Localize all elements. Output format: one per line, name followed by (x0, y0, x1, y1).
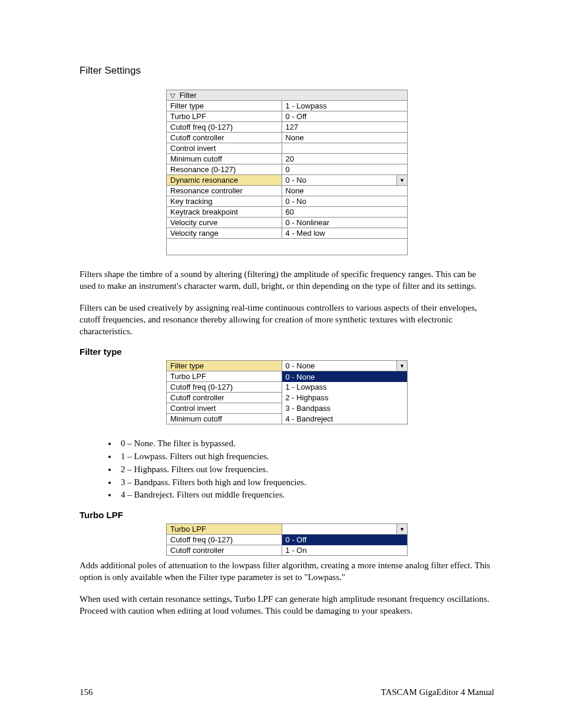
subsection-heading: Filter type (80, 347, 494, 357)
param-label: Control invert (167, 403, 282, 414)
param-label: Cutoff controller (167, 393, 282, 403)
param-value[interactable]: 127 (282, 122, 407, 133)
filter-type-table: Filter type 0 - None ▼ Turbo LPF0 - None… (166, 360, 408, 424)
param-label: Velocity curve (167, 218, 282, 228)
dropdown-option[interactable]: 4 - Bandreject (282, 414, 407, 424)
table-row-selected[interactable]: Filter type 0 - None ▼ (167, 361, 408, 371)
table-row[interactable]: Resonance controllerNone (167, 186, 408, 196)
table-row[interactable]: Key tracking0 - No (167, 196, 408, 207)
list-item: 1 – Lowpass. Filters out high frequencie… (117, 450, 494, 463)
param-label: Minimum cutoff (167, 154, 282, 164)
dropdown-option-selected[interactable]: 0 - Off (282, 535, 407, 545)
chevron-down-icon[interactable]: ▼ (396, 524, 407, 534)
table-row[interactable]: Minimum cutoff4 - Bandreject (167, 414, 408, 424)
table-row[interactable]: Keytrack breakpoint60 (167, 207, 408, 218)
table-row[interactable]: Filter type1 - Lowpass (167, 101, 408, 111)
table-row[interactable]: Velocity range4 - Med low (167, 228, 408, 239)
table-header[interactable]: ▽ Filter (167, 90, 408, 101)
table-row-selected[interactable]: Dynamic resonance 0 - No ▼ (167, 175, 408, 186)
param-label: Filter type (167, 101, 282, 111)
table-row[interactable]: Velocity curve0 - Nonlinear (167, 218, 408, 228)
subsection-heading: Turbo LPF (80, 510, 494, 520)
param-value-text: 0 - No (286, 176, 306, 185)
param-label: Cutoff freq (0-127) (167, 535, 282, 545)
paragraph: When used with certain resonance setting… (80, 593, 494, 617)
param-label: Turbo LPF (167, 524, 282, 535)
paragraph: Adds additional poles of attenuation to … (80, 559, 494, 584)
chevron-down-icon[interactable]: ▼ (396, 175, 407, 185)
param-label: Turbo LPF (167, 111, 282, 122)
param-value[interactable]: 1 - Lowpass (282, 101, 407, 111)
param-label: Cutoff freq (0-127) (167, 122, 282, 133)
param-label: Cutoff controller (167, 545, 282, 556)
dropdown-option[interactable]: 1 - Lowpass (282, 382, 407, 393)
table-row[interactable]: Resonance (0-127)0 (167, 164, 408, 175)
manual-title: TASCAM GigaEditor 4 Manual (381, 687, 494, 697)
param-label: Filter type (167, 361, 282, 371)
list-item: 3 – Bandpass. Filters both high and low … (117, 476, 494, 489)
param-value[interactable]: 60 (282, 207, 407, 218)
param-label: Cutoff freq (0-127) (167, 382, 282, 393)
table-row[interactable]: Cutoff controllerNone (167, 133, 408, 143)
param-value[interactable]: 20 (282, 154, 407, 164)
filter-settings-table: ▽ Filter Filter type1 - Lowpass Turbo LP… (166, 90, 408, 255)
collapse-triangle-icon[interactable]: ▽ (170, 92, 175, 100)
param-value[interactable]: None (282, 133, 407, 143)
dropdown-option[interactable]: 1 - On (282, 545, 407, 556)
page-number: 156 (80, 687, 93, 697)
param-value-dropdown[interactable]: 0 - None ▼ (282, 361, 407, 371)
param-value-dropdown[interactable]: 0 - No ▼ (282, 175, 407, 186)
param-label: Dynamic resonance (167, 175, 282, 186)
table-row[interactable]: Cutoff freq (0-127)127 (167, 122, 408, 133)
table-spacer (167, 239, 408, 255)
param-value[interactable]: 4 - Med low (282, 228, 407, 239)
param-label: Resonance (0-127) (167, 164, 282, 175)
table-header-text: Filter (180, 91, 197, 100)
param-value-dropdown[interactable]: ▼ (282, 524, 407, 535)
param-value[interactable]: None (282, 186, 407, 196)
dropdown-option[interactable]: 2 - Highpass (282, 393, 407, 403)
chevron-down-icon[interactable]: ▼ (396, 361, 407, 371)
param-value-text: 0 - None (286, 361, 315, 370)
dropdown-option-selected[interactable]: 0 - None (282, 371, 407, 382)
table-row[interactable]: Minimum cutoff20 (167, 154, 408, 164)
bullet-list: 0 – None. The filter is bypassed. 1 – Lo… (80, 437, 494, 502)
table-row[interactable]: Cutoff freq (0-127)0 - Off (167, 535, 408, 545)
table-row[interactable]: Control invert (167, 143, 408, 154)
param-value[interactable]: 0 (282, 164, 407, 175)
turbo-lpf-table: Turbo LPF ▼ Cutoff freq (0-127)0 - Off C… (166, 523, 408, 556)
param-value[interactable]: 0 - Off (282, 111, 407, 122)
page-heading: Filter Settings (80, 65, 494, 77)
list-item: 4 – Bandreject. Filters out middle frequ… (117, 489, 494, 502)
paragraph: Filters can be used creatively by assign… (80, 302, 494, 338)
table-row[interactable]: Turbo LPF0 - None (167, 371, 408, 382)
table-row[interactable]: Turbo LPF0 - Off (167, 111, 408, 122)
dropdown-option[interactable]: 3 - Bandpass (282, 403, 407, 414)
param-label: Turbo LPF (167, 371, 282, 382)
list-item: 2 – Highpass. Filters out low frequencie… (117, 463, 494, 476)
paragraph: Filters shape the timbre of a sound by a… (80, 268, 494, 292)
table-row[interactable]: Cutoff controller1 - On (167, 545, 408, 556)
table-row[interactable]: Control invert3 - Bandpass (167, 403, 408, 414)
param-label: Minimum cutoff (167, 414, 282, 424)
param-label: Resonance controller (167, 186, 282, 196)
param-value[interactable] (282, 143, 407, 154)
param-value[interactable]: 0 - Nonlinear (282, 218, 407, 228)
table-row[interactable]: Cutoff controller2 - Highpass (167, 393, 408, 403)
param-label: Control invert (167, 143, 282, 154)
table-row[interactable]: Cutoff freq (0-127)1 - Lowpass (167, 382, 408, 393)
param-label: Velocity range (167, 228, 282, 239)
page-footer: 156 TASCAM GigaEditor 4 Manual (80, 687, 494, 697)
table-row-selected[interactable]: Turbo LPF ▼ (167, 524, 408, 535)
param-label: Keytrack breakpoint (167, 207, 282, 218)
param-value[interactable]: 0 - No (282, 196, 407, 207)
param-label: Cutoff controller (167, 133, 282, 143)
list-item: 0 – None. The filter is bypassed. (117, 437, 494, 450)
param-label: Key tracking (167, 196, 282, 207)
